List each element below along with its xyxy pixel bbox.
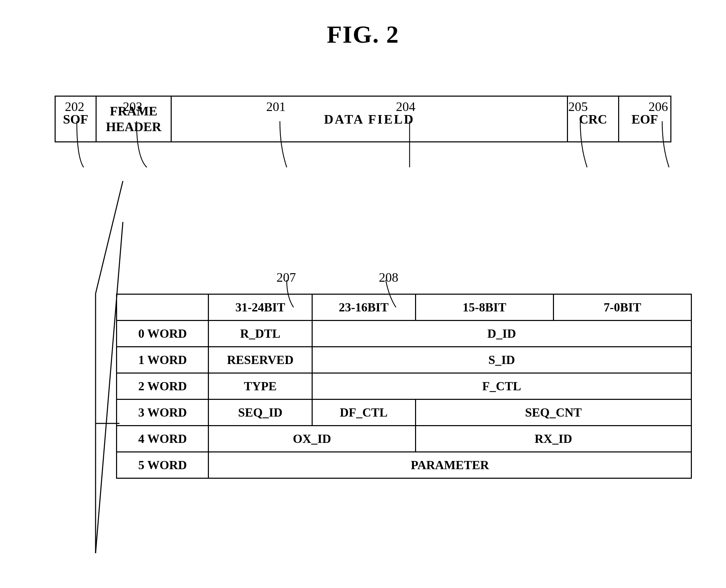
detail-table: 31-24BIT 23-16BIT 15-8BIT 7-0BIT 0 WORD … — [116, 294, 692, 479]
table-row: 2 WORD TYPE F_CTL — [117, 373, 692, 400]
ref-207: 207 — [276, 270, 296, 285]
header-23-16bit: 23-16BIT — [312, 294, 415, 321]
cell-df-ctl: DF_CTL — [312, 400, 415, 426]
table-row: 3 WORD SEQ_ID DF_CTL SEQ_CNT — [117, 400, 692, 426]
cell-parameter: PARAMETER — [209, 452, 692, 478]
header-empty — [117, 294, 209, 321]
cell-ox-id: OX_ID — [209, 426, 415, 452]
cell-f-ctl: F_CTL — [312, 373, 691, 400]
table-row: 0 WORD R_DTL D_ID — [117, 321, 692, 347]
ref-208: 208 — [379, 270, 398, 285]
table-row: 1 WORD RESERVED S_ID — [117, 347, 692, 373]
cell-frame-header: FRAMEHEADER — [97, 97, 172, 141]
cell-data-field: DATA FIELD — [172, 97, 568, 141]
header-31-24bit: 31-24BIT — [209, 294, 312, 321]
cell-s-id: S_ID — [312, 347, 691, 373]
cell-eof: EOF — [619, 97, 670, 141]
cell-seq-id: SEQ_ID — [209, 400, 312, 426]
frame-box: SOF FRAMEHEADER DATA FIELD CRC EOF — [55, 96, 671, 142]
cell-4word: 4 WORD — [117, 426, 209, 452]
cell-1word: 1 WORD — [117, 347, 209, 373]
cell-2word: 2 WORD — [117, 373, 209, 400]
cell-type: TYPE — [209, 373, 312, 400]
cell-crc: CRC — [568, 97, 619, 141]
svg-line-0 — [96, 181, 123, 294]
cell-seq-cnt: SEQ_CNT — [415, 400, 691, 426]
cell-0word: 0 WORD — [117, 321, 209, 347]
header-7-0bit: 7-0BIT — [553, 294, 691, 321]
header-15-8bit: 15-8BIT — [415, 294, 553, 321]
cell-rx-id: RX_ID — [415, 426, 691, 452]
cell-3word: 3 WORD — [117, 400, 209, 426]
cell-reserved: RESERVED — [209, 347, 312, 373]
cell-d-id: D_ID — [312, 321, 691, 347]
cell-sof: SOF — [56, 97, 97, 141]
cell-r-dtl: R_DTL — [209, 321, 312, 347]
table-row: 5 WORD PARAMETER — [117, 452, 692, 478]
page: FIG. 2 202 203 201 204 205 206 SOF FRAME… — [0, 0, 726, 588]
figure-title: FIG. 2 — [0, 0, 726, 49]
cell-5word: 5 WORD — [117, 452, 209, 478]
table-row: 4 WORD OX_ID RX_ID — [117, 426, 692, 452]
